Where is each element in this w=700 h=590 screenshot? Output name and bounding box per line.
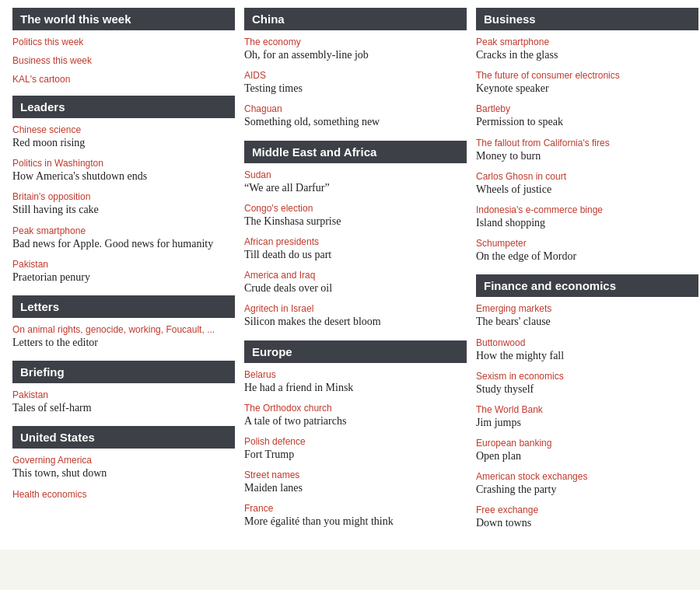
article-category[interactable]: America and Iraq [244, 270, 467, 281]
article-item: PakistanPraetorian penury [12, 259, 235, 285]
article-category[interactable]: Carlos Ghosn in court [476, 171, 698, 182]
article-category[interactable]: Bartleby [476, 103, 698, 114]
article-category[interactable]: Schumpeter [476, 238, 698, 249]
article-category[interactable]: Chinese science [12, 124, 235, 135]
article-title[interactable]: Oh, for an assembly-line job [244, 48, 467, 62]
article-title[interactable]: Still having its cake [12, 203, 235, 217]
article-title[interactable]: Praetorian penury [12, 271, 235, 285]
article-title[interactable]: Fort Trump [244, 448, 467, 462]
article-title[interactable]: This town, shut down [12, 466, 235, 480]
article-title[interactable]: Maiden lanes [244, 481, 467, 495]
article-category[interactable]: Peak smartphone [476, 37, 698, 47]
article-title[interactable]: Crashing the party [476, 483, 698, 497]
article-category[interactable]: Politics this week [12, 37, 235, 47]
article-item: Business this week [12, 55, 235, 66]
article-category[interactable]: The future of consumer electronics [476, 70, 698, 81]
article-category[interactable]: African presidents [244, 236, 467, 247]
article-item: PakistanTales of self-harm [12, 389, 235, 415]
article-title[interactable]: Study thyself [476, 382, 698, 396]
article-title[interactable]: “We are all Darfur” [244, 181, 467, 195]
article-category[interactable]: Business this week [12, 55, 235, 66]
article-category[interactable]: Polish defence [244, 436, 467, 447]
article-title[interactable]: Bad news for Apple. Good news for humani… [12, 237, 235, 251]
article-title[interactable]: Keynote speaker [476, 82, 698, 96]
article-item: ButtonwoodHow the mighty fall [476, 337, 698, 363]
article-category[interactable]: Sexism in economics [476, 371, 698, 382]
section-header-finance-economics: Finance and economics [476, 274, 698, 297]
section-header-the-world-this-week: The world this week [12, 8, 235, 30]
article-title[interactable]: Tales of self-harm [12, 401, 235, 415]
article-category[interactable]: Emerging markets [476, 303, 698, 314]
article-title[interactable]: Something old, something new [244, 115, 467, 129]
article-title[interactable]: Letters to the editor [12, 336, 235, 350]
article-title[interactable]: Testing times [244, 82, 467, 96]
article-category[interactable]: Pakistan [12, 389, 235, 400]
article-title[interactable]: Island shopping [476, 216, 698, 230]
article-item: The World BankJim jumps [476, 404, 698, 430]
section-the-world-this-week: The world this weekPolitics this weekBus… [12, 8, 235, 85]
article-title[interactable]: The bears' clause [476, 315, 698, 329]
article-category[interactable]: European banking [476, 438, 698, 449]
article-title[interactable]: A tale of two patriarchs [244, 414, 467, 428]
article-category[interactable]: Pakistan [12, 259, 235, 270]
article-category[interactable]: Sudan [244, 169, 467, 180]
section-header-europe: Europe [244, 340, 467, 363]
article-item: Politics this week [12, 37, 235, 47]
article-category[interactable]: The fallout from California's fires [476, 138, 698, 148]
article-title[interactable]: Jim jumps [476, 416, 698, 430]
section-header-briefing: Briefing [12, 361, 235, 383]
article-category[interactable]: France [244, 503, 467, 514]
article-item: Emerging marketsThe bears' clause [476, 303, 698, 329]
article-item: Sexism in economicsStudy thyself [476, 371, 698, 396]
article-category[interactable]: Indonesia's e-commerce binge [476, 204, 698, 215]
article-item: American stock exchangesCrashing the par… [476, 471, 698, 497]
section-business: BusinessPeak smartphoneCracks in the gla… [476, 8, 698, 264]
article-category[interactable]: Governing America [12, 455, 235, 466]
section-header-business: Business [476, 8, 698, 30]
article-category[interactable]: The economy [244, 37, 467, 47]
article-title[interactable]: On the edge of Mordor [476, 250, 698, 264]
article-item: Carlos Ghosn in courtWheels of justice [476, 171, 698, 197]
article-category[interactable]: The Orthodox church [244, 403, 467, 414]
article-title[interactable]: Till death do us part [244, 248, 467, 262]
article-category[interactable]: The World Bank [476, 404, 698, 415]
column-col3: BusinessPeak smartphoneCracks in the gla… [471, 8, 700, 542]
article-category[interactable]: On animal rights, genocide, working, Fou… [12, 324, 235, 335]
article-title[interactable]: Permission to speak [476, 115, 698, 129]
article-title[interactable]: Crude deals over oil [244, 281, 467, 295]
article-title[interactable]: How the mighty fall [476, 349, 698, 363]
article-category[interactable]: AIDS [244, 70, 467, 81]
article-category[interactable]: Belarus [244, 369, 467, 380]
article-category[interactable]: Health economics [12, 489, 235, 500]
article-category[interactable]: Politics in Washington [12, 158, 235, 169]
article-item: The future of consumer electronicsKeynot… [476, 70, 698, 96]
column-col1: The world this weekPolitics this weekBus… [8, 8, 240, 542]
article-category[interactable]: Peak smartphone [12, 225, 235, 236]
article-category[interactable]: American stock exchanges [476, 471, 698, 482]
article-category[interactable]: Buttonwood [476, 337, 698, 348]
article-category[interactable]: KAL's cartoon [12, 74, 235, 85]
article-category[interactable]: Chaguan [244, 103, 467, 114]
article-title[interactable]: How America's shutdown ends [12, 169, 235, 183]
article-title[interactable]: Red moon rising [12, 136, 235, 150]
article-item: The Orthodox churchA tale of two patriar… [244, 403, 467, 428]
article-title[interactable]: More égalité than you might think [244, 515, 467, 529]
article-title[interactable]: Wheels of justice [476, 183, 698, 197]
article-item: European bankingOpen plan [476, 438, 698, 463]
article-title[interactable]: Open plan [476, 449, 698, 463]
article-title[interactable]: Down towns [476, 516, 698, 530]
section-header-united-states: United States [12, 426, 235, 449]
article-title[interactable]: Silicon makes the desert bloom [244, 315, 467, 329]
section-leaders: LeadersChinese scienceRed moon risingPol… [12, 96, 235, 285]
article-item: AIDSTesting times [244, 70, 467, 96]
article-item: Congo's electionThe Kinshasa surprise [244, 203, 467, 229]
article-title[interactable]: Money to burn [476, 149, 698, 163]
article-title[interactable]: Cracks in the glass [476, 48, 698, 62]
article-category[interactable]: Congo's election [244, 203, 467, 214]
article-category[interactable]: Britain's opposition [12, 191, 235, 202]
article-category[interactable]: Agritech in Israel [244, 303, 467, 314]
article-title[interactable]: The Kinshasa surprise [244, 215, 467, 229]
article-category[interactable]: Street names [244, 470, 467, 480]
article-category[interactable]: Free exchange [476, 504, 698, 515]
article-title[interactable]: He had a friend in Minsk [244, 381, 467, 395]
